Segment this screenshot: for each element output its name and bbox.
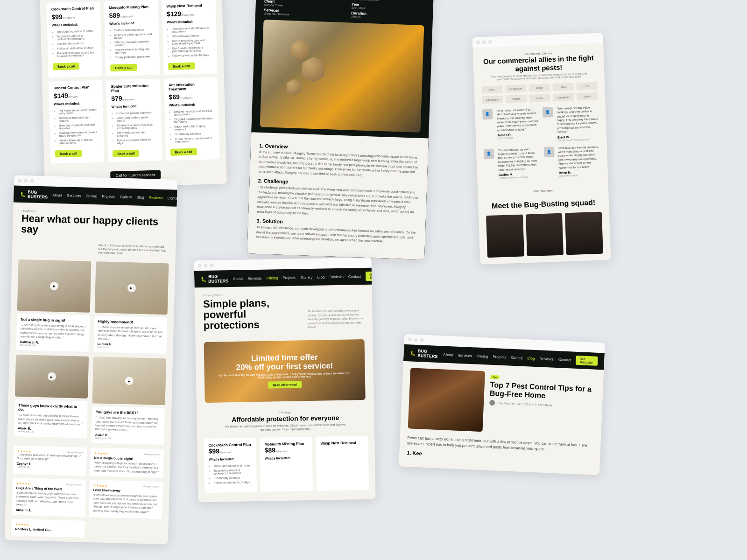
- whats-included-label: What's Included:: [109, 21, 154, 25]
- play-icon[interactable]: ▶: [48, 372, 56, 381]
- testimonial: 👤"We manage several office buildings, an…: [543, 105, 599, 142]
- video-review: ▶ Not a single bug in sight!"...After st…: [16, 259, 91, 352]
- meta-item: Duration2 hours: [351, 11, 424, 20]
- book-call-button[interactable]: Book a call: [55, 150, 82, 157]
- plan-price: $99/treatment: [51, 12, 96, 21]
- get-template-button[interactable]: Get Template: [366, 271, 375, 281]
- plan-price: $129/treatment: [167, 9, 211, 17]
- grab-offer-button[interactable]: Grab offer now!: [268, 381, 302, 389]
- plans-grid: Cockroach Control Plan $99/treatment Wha…: [40, 0, 226, 168]
- book-call-button[interactable]: Book a call: [53, 63, 79, 70]
- nav-link[interactable]: Pricing: [477, 354, 488, 358]
- promo-banner: Limited time offer 20% off your first se…: [204, 339, 366, 403]
- allies-window: • Commercial Clients • Our commercial al…: [472, 33, 611, 264]
- star-rating: ★★★★★: [94, 451, 108, 455]
- nav-link[interactable]: Projects: [102, 194, 115, 199]
- nav-link[interactable]: About: [233, 276, 243, 280]
- text-reviews-grid: ★★★★★Google Review "...But those pros ca…: [5, 441, 170, 544]
- plan-features: Home and garden inspectionIndoor and out…: [112, 110, 157, 146]
- nav-link[interactable]: Services: [458, 353, 472, 357]
- pricing-section2: • Pricing • Affordable protection for ev…: [197, 405, 374, 439]
- nav-link[interactable]: Blog: [527, 356, 535, 361]
- nav-link[interactable]: Reviews: [329, 274, 343, 279]
- promo-desc: Act fast and save big on your first pest…: [218, 372, 351, 380]
- video-reviews-grid: Check out the stories from those who've …: [7, 239, 176, 445]
- plan-price: $89/treatment: [109, 11, 154, 19]
- promo-line2: 20% off your first service!: [236, 362, 333, 372]
- plan-card: Rodent Control Plan $149/service What's …: [49, 80, 105, 164]
- plan-card: Spider Extermination Plan $79/treatment …: [106, 78, 162, 162]
- client-logo: Logoipsum: [482, 96, 503, 104]
- text-review: ★★★★★Google Review "...But those pros ca…: [13, 446, 87, 476]
- plan-name: Wasp Nest Removal: [166, 3, 211, 8]
- case-study-window: al at Suburban ...control issue at her h…: [247, 0, 435, 259]
- text-review: ★★★★★Google Review Not a single bug in s…: [90, 448, 164, 478]
- brand-logo[interactable]: BUG BUSTERS: [20, 189, 48, 200]
- nav-link[interactable]: About: [443, 352, 453, 357]
- nav-link[interactable]: Contact: [558, 357, 571, 362]
- nav-link[interactable]: Projects: [282, 275, 296, 280]
- plan-card: Wasp Nest Removal: [316, 436, 369, 491]
- review-video-thumb[interactable]: ▶: [92, 357, 167, 405]
- section-body: The challenge presented was multifaceted…: [257, 185, 418, 220]
- play-icon[interactable]: ▶: [125, 377, 134, 385]
- testimonials: 👤"As a restaurant owner, I can't afford …: [482, 105, 600, 185]
- plan-price: $69/treatment: [169, 92, 213, 100]
- video-review: ▶ You guys are the BEST!"...I had ants c…: [91, 357, 166, 445]
- review-video-thumb[interactable]: ▶: [95, 261, 169, 315]
- nav-link[interactable]: Pricing: [267, 276, 278, 280]
- text-review: ★★★★★ No More Uninvited Gu...: [11, 518, 85, 537]
- nav-link[interactable]: Gallery: [120, 195, 132, 199]
- nav-link[interactable]: About: [52, 193, 62, 197]
- book-call-button[interactable]: Book a call: [168, 62, 195, 70]
- nav-link[interactable]: Contact: [168, 196, 178, 201]
- video-review: ▶ Highly recommend!"...These guys are am…: [93, 261, 169, 354]
- blog-tag[interactable]: Tips: [490, 375, 500, 379]
- star-rating: ★★★★★: [15, 522, 29, 526]
- team-member[interactable]: [486, 214, 524, 258]
- allies-sub: From restaurants to retail spaces, our c…: [490, 72, 587, 81]
- blog-hero-image: [408, 368, 486, 432]
- nav-link[interactable]: Contact: [348, 274, 361, 279]
- review-video-thumb[interactable]: ▶: [17, 259, 92, 313]
- plan-name: Rodent Control Plan: [53, 85, 98, 90]
- avatar: 👤: [482, 109, 493, 120]
- play-icon[interactable]: ▶: [50, 281, 58, 290]
- plan-features: Inspection and identification of wasp ne…: [167, 25, 212, 58]
- reviews-heading: Hear what our happy clients say: [21, 213, 168, 238]
- avatar: 👤: [544, 147, 555, 157]
- testimonial: 👤"Our warehouse has strict hygiene stand…: [484, 147, 540, 180]
- nav-link[interactable]: Blog: [136, 195, 144, 199]
- plan-card: Mosquito Misting Plan $89/treatment What…: [260, 437, 313, 492]
- team-member[interactable]: [526, 213, 564, 256]
- nav-link[interactable]: Reviews: [148, 196, 162, 200]
- plan-price: $149/service: [54, 91, 99, 99]
- review-video-thumb[interactable]: ▶: [15, 355, 89, 399]
- plan-card: Ant Infestation Treatment $69/treatment …: [164, 77, 220, 161]
- nav-link[interactable]: Gallery: [511, 355, 523, 360]
- plan-name: Spider Extermination Plan: [111, 84, 156, 93]
- nav-link[interactable]: Services: [247, 276, 262, 280]
- blog-title: Top 7 Pest Control Tips for a Bug-Free H…: [490, 381, 596, 403]
- author-avatar: [489, 400, 495, 406]
- book-call-button[interactable]: Book a call: [110, 64, 137, 71]
- nav-link[interactable]: Projects: [493, 355, 506, 359]
- nav-link[interactable]: Gallery: [301, 275, 312, 279]
- client-logos: LOGOLogoipsumIpsumLOGOLOGOLogoipsumIPSUM…: [481, 82, 598, 104]
- plan-features: Full home inspection for rodent entry po…: [54, 107, 99, 146]
- nav-link[interactable]: Pricing: [86, 194, 98, 198]
- nav-link[interactable]: Services: [67, 193, 81, 198]
- get-template-button[interactable]: Get Template: [576, 356, 598, 366]
- play-icon[interactable]: ▶: [127, 284, 136, 292]
- team-member[interactable]: [565, 211, 603, 255]
- team-pill: • Team Members •: [485, 187, 601, 195]
- book-call-button[interactable]: Book a call: [170, 148, 197, 155]
- brand-logo[interactable]: BUG BUSTERS: [410, 348, 439, 359]
- nav-link[interactable]: Reviews: [539, 357, 554, 361]
- nav-link[interactable]: Blog: [317, 275, 324, 279]
- avatar: 👤: [484, 148, 494, 159]
- whats-included-label: What's Included:: [112, 104, 156, 108]
- pricing-hero: • Pricing Plans • Simple plans, powerful…: [195, 285, 373, 338]
- brand-logo[interactable]: BUG BUSTERS: [201, 274, 228, 284]
- book-call-button[interactable]: Book a call: [113, 149, 139, 157]
